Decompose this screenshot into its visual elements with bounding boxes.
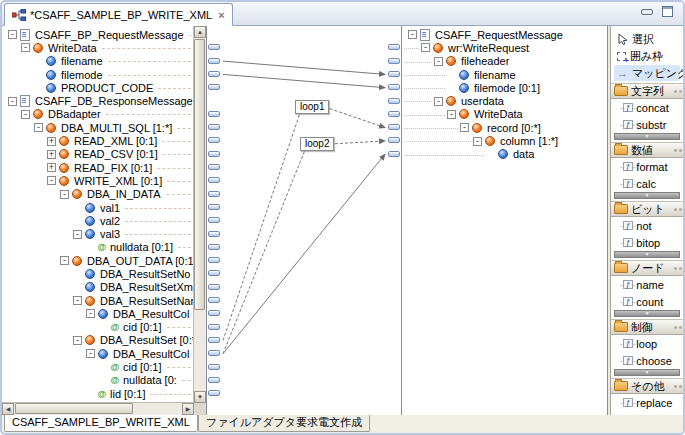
scroll-more-icon[interactable] bbox=[614, 369, 680, 376]
expander-icon[interactable]: - bbox=[460, 123, 469, 132]
tree-row[interactable]: -DBA_ResultSetXml bbox=[2, 281, 194, 294]
tree-row[interactable]: -val2 bbox=[2, 214, 194, 227]
expander-icon[interactable]: - bbox=[34, 123, 43, 132]
palette-group-header[interactable]: 文字列 bbox=[611, 83, 683, 99]
palette-group-header[interactable]: ノード bbox=[611, 260, 683, 276]
expander-icon[interactable]: - bbox=[60, 190, 69, 199]
palette-group-header[interactable]: 数値 bbox=[611, 142, 683, 158]
mapping-line[interactable] bbox=[223, 154, 385, 354]
tree-row[interactable]: -DBA_IN_DATA bbox=[2, 188, 194, 201]
mapping-line[interactable] bbox=[223, 61, 385, 74]
tree-row[interactable]: -filemode [0:1] bbox=[402, 81, 607, 94]
expander-icon[interactable]: + bbox=[47, 137, 56, 146]
tree-row[interactable]: -@lid [0:1] bbox=[2, 387, 194, 400]
tree-row[interactable]: -DBA_OUT_DATA [0:1] bbox=[2, 254, 194, 267]
loop-label[interactable]: loop1 bbox=[295, 100, 329, 114]
maximize-icon[interactable] bbox=[662, 6, 673, 17]
expander-icon[interactable]: - bbox=[434, 57, 443, 66]
expander-icon[interactable]: - bbox=[8, 97, 17, 106]
source-port[interactable] bbox=[208, 84, 220, 90]
mapping-line[interactable] bbox=[330, 141, 385, 144]
expander-icon[interactable]: - bbox=[73, 230, 82, 239]
scroll-more-icon[interactable] bbox=[614, 251, 680, 258]
tree-row[interactable]: -@nulldata [0: bbox=[2, 374, 194, 387]
tree-row[interactable]: -filename bbox=[2, 55, 194, 68]
tree-row[interactable]: -wr:WriteRequest bbox=[402, 41, 607, 54]
source-tree-hscrollbar[interactable]: ◀ ▶ bbox=[2, 402, 194, 415]
source-port[interactable] bbox=[208, 164, 220, 170]
tool-mapping[interactable]: → マッピング bbox=[614, 65, 680, 81]
tree-row[interactable]: -userdata bbox=[402, 94, 607, 107]
bottom-tab[interactable]: CSAFF_SAMPLE_BP_WRITE_XML bbox=[4, 415, 198, 432]
tree-row[interactable]: -DBA_ResultSetNo bbox=[2, 267, 194, 280]
source-port[interactable] bbox=[208, 270, 220, 276]
source-port[interactable] bbox=[208, 111, 220, 117]
mapping-line[interactable] bbox=[223, 74, 385, 87]
editor-tab[interactable]: *CSAFF_SAMPLE_BP_WRITE_XML × bbox=[4, 3, 233, 26]
tree-row[interactable]: -DBA_MULTI_SQL [1:*] bbox=[2, 121, 194, 134]
source-port[interactable] bbox=[208, 337, 220, 343]
palette-item[interactable]: -ƒ-choose bbox=[611, 352, 683, 369]
tree-row[interactable]: -data bbox=[402, 148, 607, 161]
scroll-thumb[interactable] bbox=[15, 403, 133, 414]
target-port[interactable] bbox=[388, 98, 400, 104]
source-port[interactable] bbox=[208, 217, 220, 223]
palette-item[interactable]: -ƒ-format bbox=[611, 158, 683, 175]
source-port[interactable] bbox=[208, 71, 220, 77]
tool-select[interactable]: 選択 bbox=[614, 31, 680, 47]
expander-icon[interactable]: - bbox=[447, 110, 456, 119]
tree-row[interactable]: -WriteData bbox=[402, 108, 607, 121]
source-port[interactable] bbox=[208, 231, 220, 237]
palette-item[interactable]: -ƒ-bitop bbox=[611, 234, 683, 251]
scroll-left-icon[interactable]: ◀ bbox=[2, 403, 14, 415]
tree-row[interactable]: +READ_FIX [0:1] bbox=[2, 161, 194, 174]
expander-icon[interactable]: - bbox=[86, 309, 95, 318]
source-port[interactable] bbox=[208, 390, 220, 396]
expander-icon[interactable]: - bbox=[8, 30, 17, 39]
expander-icon[interactable]: - bbox=[47, 176, 56, 185]
source-port[interactable] bbox=[208, 364, 220, 370]
expander-icon[interactable]: - bbox=[86, 349, 95, 358]
mapping-line[interactable] bbox=[325, 107, 385, 128]
scroll-up-icon[interactable]: ▲ bbox=[194, 26, 206, 38]
source-port[interactable] bbox=[208, 44, 220, 50]
tree-row[interactable]: -@cid [0:1] bbox=[2, 360, 194, 373]
expander-icon[interactable]: - bbox=[434, 97, 443, 106]
bottom-tab[interactable]: ファイルアダプタ要求電文作成 bbox=[198, 415, 370, 432]
palette-item[interactable]: -ƒ-calc bbox=[611, 175, 683, 192]
expander-icon[interactable]: - bbox=[60, 256, 69, 265]
tree-row[interactable]: -val1 bbox=[2, 201, 194, 214]
tree-row[interactable]: -DBA_ResultCol bbox=[2, 347, 194, 360]
tree-row[interactable]: -column [1:*] bbox=[402, 134, 607, 147]
mapping-line[interactable] bbox=[223, 150, 305, 354]
palette-item[interactable]: -ƒ-count bbox=[611, 293, 683, 310]
scroll-right-icon[interactable]: ▶ bbox=[182, 403, 194, 415]
tree-row[interactable]: -DBA_ResultSet [0:* bbox=[2, 334, 194, 347]
target-port[interactable] bbox=[388, 137, 400, 143]
expander-icon[interactable]: + bbox=[47, 163, 56, 172]
tree-row[interactable]: -fileheader bbox=[402, 55, 607, 68]
target-port[interactable] bbox=[388, 71, 400, 77]
palette-item[interactable]: -ƒ-name bbox=[611, 276, 683, 293]
target-port[interactable] bbox=[388, 44, 400, 50]
source-port[interactable] bbox=[208, 137, 220, 143]
source-tree-vscrollbar[interactable]: ▲ ▼ bbox=[193, 26, 206, 403]
palette-item[interactable]: -ƒ-radix bbox=[611, 411, 683, 415]
tree-row[interactable]: -WRITE_XML [0:1] bbox=[2, 174, 194, 187]
close-icon[interactable]: × bbox=[216, 10, 224, 20]
expander-icon[interactable]: + bbox=[47, 150, 56, 159]
palette-item[interactable]: -ƒ-replace bbox=[611, 394, 683, 411]
tree-row[interactable]: -filename bbox=[402, 68, 607, 81]
scroll-more-icon[interactable] bbox=[614, 133, 680, 140]
scroll-thumb[interactable] bbox=[194, 39, 205, 310]
source-port[interactable] bbox=[208, 257, 220, 263]
source-port[interactable] bbox=[208, 377, 220, 383]
loop-label[interactable]: loop2 bbox=[300, 137, 334, 151]
mapping-canvas[interactable]: loop1loop2 bbox=[207, 26, 401, 415]
source-port[interactable] bbox=[208, 244, 220, 250]
tree-row[interactable]: -CSAFF_BP_RequestMessage bbox=[2, 28, 194, 41]
tree-row[interactable]: -DBA_ResultCol bbox=[2, 307, 194, 320]
expander-icon[interactable]: - bbox=[408, 30, 417, 39]
tree-row[interactable]: -record [0:*] bbox=[402, 121, 607, 134]
tree-row[interactable]: -@nulldata [0:1] bbox=[2, 241, 194, 254]
